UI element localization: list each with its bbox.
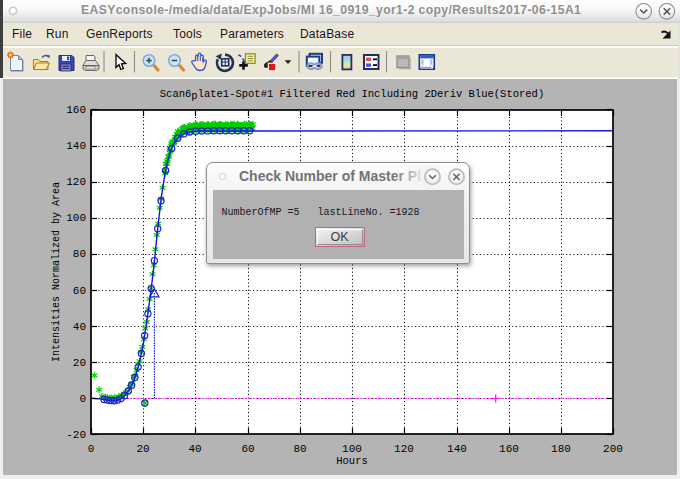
svg-text:120: 120	[394, 443, 414, 455]
svg-text:100: 100	[342, 443, 362, 455]
svg-text:40: 40	[188, 443, 201, 455]
svg-text:Scan6plate1-Spot#1 Filtered Re: Scan6plate1-Spot#1 Filtered Red Includin…	[160, 88, 544, 102]
svg-text:180: 180	[551, 443, 571, 455]
svg-text:60: 60	[241, 443, 254, 455]
svg-text:80: 80	[73, 248, 86, 260]
svg-text:140: 140	[66, 140, 86, 152]
svg-text:200: 200	[603, 443, 623, 455]
svg-text:0: 0	[79, 393, 86, 405]
svg-text:-20: -20	[66, 429, 86, 441]
svg-text:40: 40	[73, 321, 86, 333]
svg-text:80: 80	[293, 443, 306, 455]
svg-text:20: 20	[73, 357, 86, 369]
svg-text:100: 100	[66, 212, 86, 224]
svg-text:20: 20	[136, 443, 149, 455]
svg-text:60: 60	[73, 285, 86, 297]
svg-text:Hours: Hours	[336, 455, 368, 467]
svg-text:Intensities Normalized by Area: Intensities Normalized by Area	[51, 182, 62, 362]
svg-text:120: 120	[66, 176, 86, 188]
svg-text:160: 160	[499, 443, 519, 455]
svg-text:160: 160	[66, 104, 86, 116]
svg-text:140: 140	[447, 443, 467, 455]
svg-text:0: 0	[88, 443, 95, 455]
